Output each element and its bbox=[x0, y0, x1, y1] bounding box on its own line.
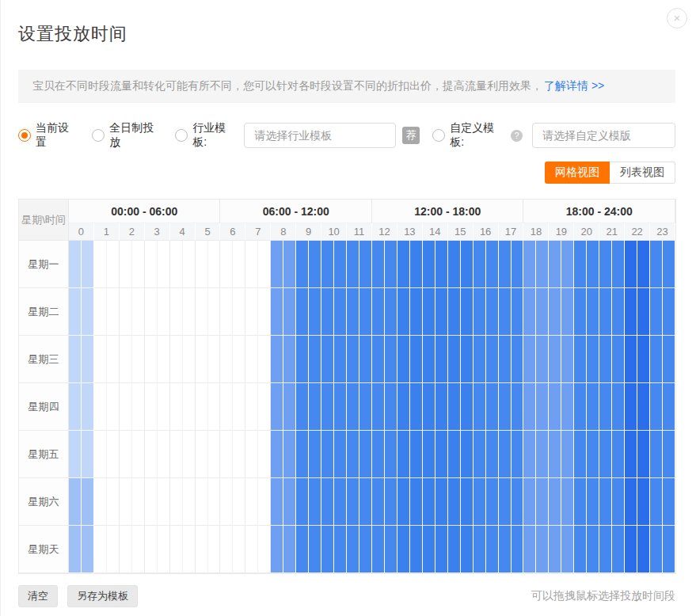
time-cell[interactable] bbox=[170, 478, 183, 526]
time-cell[interactable] bbox=[208, 478, 221, 526]
time-cell[interactable] bbox=[561, 336, 574, 383]
radio-current-setting[interactable] bbox=[18, 129, 31, 142]
time-cell[interactable] bbox=[397, 336, 410, 383]
time-cell[interactable] bbox=[309, 526, 321, 573]
time-cell[interactable] bbox=[549, 383, 561, 431]
radio-industry-template-label[interactable]: 行业模板: bbox=[192, 121, 239, 150]
time-cell[interactable] bbox=[474, 431, 486, 478]
time-cell[interactable] bbox=[448, 478, 461, 526]
time-cell[interactable] bbox=[637, 288, 650, 336]
time-cell[interactable] bbox=[271, 478, 283, 526]
time-cell[interactable] bbox=[435, 526, 448, 573]
time-cell[interactable] bbox=[372, 336, 385, 383]
time-cell[interactable] bbox=[423, 241, 435, 288]
time-cell[interactable] bbox=[637, 478, 650, 526]
time-cell[interactable] bbox=[258, 526, 271, 573]
time-cell[interactable] bbox=[245, 336, 258, 383]
time-cell[interactable] bbox=[423, 383, 435, 431]
time-cell[interactable] bbox=[499, 431, 512, 478]
radio-current-setting-label[interactable]: 当前设置 bbox=[36, 121, 79, 150]
time-cell[interactable] bbox=[170, 431, 183, 478]
time-cell[interactable] bbox=[258, 336, 271, 383]
time-cell[interactable] bbox=[574, 336, 587, 383]
time-cell[interactable] bbox=[258, 241, 271, 288]
time-cell[interactable] bbox=[499, 478, 512, 526]
help-icon[interactable]: ? bbox=[511, 130, 523, 142]
time-cell[interactable] bbox=[385, 431, 397, 478]
time-cell[interactable] bbox=[145, 241, 158, 288]
time-cell[interactable] bbox=[245, 478, 258, 526]
time-cell[interactable] bbox=[385, 241, 397, 288]
time-cell[interactable] bbox=[94, 526, 107, 573]
time-cell[interactable] bbox=[283, 336, 296, 383]
time-cell[interactable] bbox=[397, 478, 410, 526]
time-cell[interactable] bbox=[69, 288, 82, 336]
time-cell[interactable] bbox=[486, 288, 499, 336]
time-cell[interactable] bbox=[650, 431, 663, 478]
time-cell[interactable] bbox=[423, 288, 435, 336]
time-cell[interactable] bbox=[549, 241, 561, 288]
time-cell[interactable] bbox=[233, 478, 245, 526]
time-cell[interactable] bbox=[410, 431, 423, 478]
time-cell[interactable] bbox=[220, 431, 233, 478]
time-cell[interactable] bbox=[512, 478, 524, 526]
time-cell[interactable] bbox=[158, 478, 170, 526]
time-cell[interactable] bbox=[82, 241, 94, 288]
time-cell[interactable] bbox=[245, 241, 258, 288]
time-cell[interactable] bbox=[512, 383, 524, 431]
time-cell[interactable] bbox=[385, 336, 397, 383]
time-cell[interactable] bbox=[196, 336, 208, 383]
time-cell[interactable] bbox=[283, 526, 296, 573]
time-cell[interactable] bbox=[536, 241, 549, 288]
time-cell[interactable] bbox=[132, 431, 145, 478]
time-cell[interactable] bbox=[499, 383, 512, 431]
time-cell[interactable] bbox=[385, 288, 397, 336]
time-cell[interactable] bbox=[474, 288, 486, 336]
time-cell[interactable] bbox=[385, 526, 397, 573]
time-cell[interactable] bbox=[410, 288, 423, 336]
time-cell[interactable] bbox=[574, 288, 587, 336]
time-cell[interactable] bbox=[536, 383, 549, 431]
time-cell[interactable] bbox=[158, 336, 170, 383]
time-cell[interactable] bbox=[145, 526, 158, 573]
time-cell[interactable] bbox=[196, 383, 208, 431]
time-cell[interactable] bbox=[196, 478, 208, 526]
time-cell[interactable] bbox=[245, 288, 258, 336]
time-cell[interactable] bbox=[512, 288, 524, 336]
time-cell[interactable] bbox=[283, 241, 296, 288]
time-cell[interactable] bbox=[448, 383, 461, 431]
radio-custom-template[interactable] bbox=[432, 129, 445, 142]
time-cell[interactable] bbox=[107, 383, 120, 431]
time-cell[interactable] bbox=[625, 241, 637, 288]
time-cell[interactable] bbox=[145, 383, 158, 431]
time-cell[interactable] bbox=[220, 241, 233, 288]
time-cell[interactable] bbox=[650, 383, 663, 431]
time-cell[interactable] bbox=[69, 431, 82, 478]
time-cell[interactable] bbox=[536, 431, 549, 478]
time-cell[interactable] bbox=[423, 336, 435, 383]
time-cell[interactable] bbox=[132, 478, 145, 526]
time-cell[interactable] bbox=[625, 526, 637, 573]
time-cell[interactable] bbox=[474, 383, 486, 431]
time-cell[interactable] bbox=[145, 431, 158, 478]
time-cell[interactable] bbox=[512, 336, 524, 383]
time-cell[interactable] bbox=[523, 336, 536, 383]
time-cell[interactable] bbox=[258, 478, 271, 526]
time-cell[interactable] bbox=[208, 431, 221, 478]
time-cell[interactable] bbox=[625, 431, 637, 478]
radio-all-day[interactable] bbox=[92, 129, 105, 142]
time-cell[interactable] bbox=[233, 288, 245, 336]
time-cell[interactable] bbox=[309, 288, 321, 336]
time-cell[interactable] bbox=[170, 288, 183, 336]
time-cell[interactable] bbox=[334, 288, 347, 336]
time-cell[interactable] bbox=[599, 478, 612, 526]
time-cell[interactable] bbox=[69, 336, 82, 383]
time-cell[interactable] bbox=[107, 336, 120, 383]
time-cell[interactable] bbox=[132, 241, 145, 288]
time-cell[interactable] bbox=[283, 288, 296, 336]
time-cell[interactable] bbox=[245, 526, 258, 573]
time-cell[interactable] bbox=[321, 336, 334, 383]
time-cell[interactable] bbox=[587, 383, 599, 431]
time-cell[interactable] bbox=[82, 383, 94, 431]
time-cell[interactable] bbox=[486, 431, 499, 478]
